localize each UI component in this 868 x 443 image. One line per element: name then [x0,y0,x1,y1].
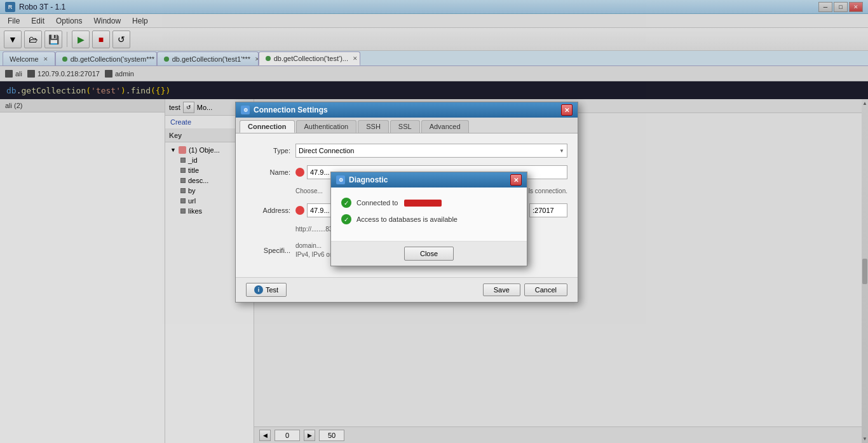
diag-redacted-text: ●●●●●● [404,200,441,207]
dialog-close-button[interactable]: ✕ [561,104,573,116]
cancel-button[interactable]: Cancel [524,283,567,296]
diag-footer: Close [331,241,527,266]
address-label: Address: [246,207,290,214]
test-button-label: Test [266,286,278,294]
address-icon-group [295,206,304,215]
port-input[interactable] [529,203,567,217]
info-icon: i [254,285,263,294]
type-row: Type: Direct Connection ▼ [246,144,567,158]
type-select-value: Direct Connection [299,147,354,154]
check-icon-2: ✓ [341,214,351,224]
dialog-action-buttons: Save Cancel [483,283,567,296]
dialog-tab-ssh[interactable]: SSH [358,120,389,133]
diag-icon: ⚙ [336,175,345,184]
dialog-title-group: ⚙ Connection Settings [241,106,328,114]
diag-connected-text: Connected to [356,199,398,207]
diag-title-text: Diagnostic [349,175,388,184]
dialog-footer: i Test Save Cancel [236,277,578,302]
dialog-tab-advanced[interactable]: Advanced [421,120,469,133]
type-select-arrow: ▼ [559,148,564,154]
type-select[interactable]: Direct Connection ▼ [295,144,567,158]
diag-item-connected: ✓ Connected to ●●●●●● [341,198,517,208]
diag-access-text: Access to databases is available [356,215,458,223]
specify-label: Specifi... [246,247,290,254]
choose-hint-text: Choose... [295,187,323,196]
name-field-status-icon [295,168,304,177]
diag-close-button[interactable]: ✕ [510,174,522,186]
dialog-tab-auth[interactable]: Authentication [296,120,357,133]
dialog-icon: ⚙ [241,106,250,114]
dialog-title-text: Connection Settings [254,106,328,114]
name-label: Name: [246,168,290,176]
save-button[interactable]: Save [483,283,520,296]
diag-body: ✓ Connected to ●●●●●● ✓ Access to databa… [331,187,527,241]
diag-titlebar: ⚙ Diagnostic ✕ [331,172,527,187]
type-label: Type: [246,147,290,154]
dialog-tabs: Connection Authentication SSH SSL Advanc… [236,118,578,133]
check-icon-1: ✓ [341,198,351,208]
dialog-tab-ssl[interactable]: SSL [390,120,420,133]
test-button[interactable]: i Test [246,283,287,297]
choose-connection-hint: ls connection. [529,187,567,196]
dialog-titlebar: ⚙ Connection Settings ✕ [236,102,578,118]
diag-title-group: ⚙ Diagnostic [336,175,388,184]
diagnostic-dialog: ⚙ Diagnostic ✕ ✓ Connected to ●●●●●● ✓ A… [330,172,527,266]
address-icon [295,206,304,215]
diag-close-btn[interactable]: Close [404,247,454,261]
diag-item-access: ✓ Access to databases is available [341,214,517,224]
dialog-tab-connection[interactable]: Connection [240,120,295,133]
